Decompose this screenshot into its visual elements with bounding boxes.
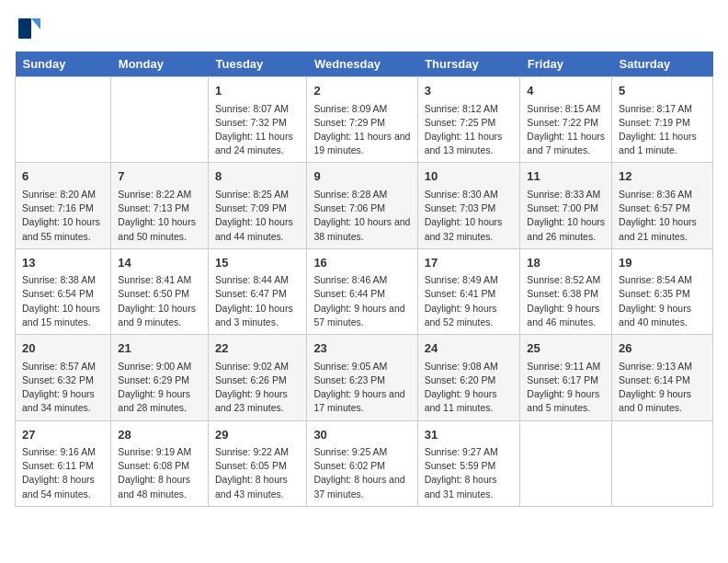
logo — [15, 15, 46, 42]
day-cell: 4Sunrise: 8:15 AM Sunset: 7:22 PM Daylig… — [520, 77, 612, 163]
day-info: Sunrise: 9:19 AM Sunset: 6:08 PM Dayligh… — [118, 445, 201, 501]
day-number: 21 — [118, 339, 201, 358]
day-info: Sunrise: 8:41 AM Sunset: 6:50 PM Dayligh… — [118, 273, 201, 329]
day-cell: 8Sunrise: 8:25 AM Sunset: 7:09 PM Daylig… — [209, 163, 307, 248]
day-cell — [612, 420, 713, 506]
day-cell: 7Sunrise: 8:22 AM Sunset: 7:13 PM Daylig… — [111, 163, 209, 248]
day-info: Sunrise: 9:02 AM Sunset: 6:26 PM Dayligh… — [215, 360, 300, 416]
col-header-tuesday: Tuesday — [209, 52, 307, 77]
header — [15, 15, 713, 42]
day-info: Sunrise: 9:11 AM Sunset: 6:17 PM Dayligh… — [527, 360, 605, 416]
day-number: 12 — [619, 167, 706, 186]
day-info: Sunrise: 8:07 AM Sunset: 7:32 PM Dayligh… — [215, 102, 300, 158]
day-info: Sunrise: 8:38 AM Sunset: 6:54 PM Dayligh… — [22, 273, 104, 329]
day-number: 24 — [425, 339, 514, 358]
week-row-4: 20Sunrise: 8:57 AM Sunset: 6:32 PM Dayli… — [16, 335, 713, 420]
day-cell: 3Sunrise: 8:12 AM Sunset: 7:25 PM Daylig… — [417, 77, 520, 163]
day-info: Sunrise: 8:09 AM Sunset: 7:29 PM Dayligh… — [313, 102, 410, 158]
day-number: 1 — [215, 82, 300, 100]
day-number: 11 — [527, 167, 605, 186]
day-number: 31 — [425, 426, 514, 444]
day-info: Sunrise: 8:36 AM Sunset: 6:57 PM Dayligh… — [619, 188, 706, 244]
day-cell: 22Sunrise: 9:02 AM Sunset: 6:26 PM Dayli… — [209, 335, 307, 420]
day-info: Sunrise: 9:22 AM Sunset: 6:05 PM Dayligh… — [215, 445, 300, 501]
day-cell: 12Sunrise: 8:36 AM Sunset: 6:57 PM Dayli… — [612, 163, 713, 248]
day-info: Sunrise: 8:33 AM Sunset: 7:00 PM Dayligh… — [527, 188, 605, 244]
day-info: Sunrise: 8:54 AM Sunset: 6:35 PM Dayligh… — [619, 273, 706, 329]
day-info: Sunrise: 8:30 AM Sunset: 7:03 PM Dayligh… — [425, 188, 514, 244]
day-cell: 5Sunrise: 8:17 AM Sunset: 7:19 PM Daylig… — [612, 77, 713, 163]
svg-rect-1 — [18, 18, 31, 39]
week-row-5: 27Sunrise: 9:16 AM Sunset: 6:11 PM Dayli… — [16, 420, 713, 506]
col-header-wednesday: Wednesday — [307, 52, 417, 77]
day-info: Sunrise: 9:25 AM Sunset: 6:02 PM Dayligh… — [313, 445, 410, 501]
day-info: Sunrise: 8:44 AM Sunset: 6:47 PM Dayligh… — [215, 273, 300, 329]
day-cell: 30Sunrise: 9:25 AM Sunset: 6:02 PM Dayli… — [307, 420, 417, 506]
col-header-monday: Monday — [111, 52, 209, 77]
day-number: 2 — [313, 82, 410, 100]
day-number: 27 — [22, 426, 104, 444]
day-info: Sunrise: 8:57 AM Sunset: 6:32 PM Dayligh… — [22, 360, 104, 416]
day-info: Sunrise: 8:15 AM Sunset: 7:22 PM Dayligh… — [527, 102, 605, 158]
day-info: Sunrise: 9:00 AM Sunset: 6:29 PM Dayligh… — [118, 360, 201, 416]
day-info: Sunrise: 8:17 AM Sunset: 7:19 PM Dayligh… — [619, 102, 706, 158]
day-number: 7 — [118, 167, 201, 186]
day-info: Sunrise: 8:49 AM Sunset: 6:41 PM Dayligh… — [425, 273, 514, 329]
day-cell: 9Sunrise: 8:28 AM Sunset: 7:06 PM Daylig… — [307, 163, 417, 248]
day-info: Sunrise: 9:13 AM Sunset: 6:14 PM Dayligh… — [619, 360, 706, 416]
week-row-1: 1Sunrise: 8:07 AM Sunset: 7:32 PM Daylig… — [16, 77, 713, 163]
day-number: 26 — [619, 339, 706, 358]
day-info: Sunrise: 8:52 AM Sunset: 6:38 PM Dayligh… — [527, 273, 605, 329]
col-header-friday: Friday — [520, 52, 612, 77]
day-cell: 11Sunrise: 8:33 AM Sunset: 7:00 PM Dayli… — [520, 163, 612, 248]
day-info: Sunrise: 9:08 AM Sunset: 6:20 PM Dayligh… — [425, 360, 514, 416]
day-info: Sunrise: 8:28 AM Sunset: 7:06 PM Dayligh… — [313, 188, 410, 244]
day-number: 23 — [313, 339, 410, 358]
day-cell — [111, 77, 209, 163]
day-cell: 17Sunrise: 8:49 AM Sunset: 6:41 PM Dayli… — [417, 248, 520, 334]
day-cell: 26Sunrise: 9:13 AM Sunset: 6:14 PM Dayli… — [612, 335, 713, 420]
day-cell — [16, 77, 111, 163]
day-number: 6 — [22, 167, 104, 186]
day-cell: 21Sunrise: 9:00 AM Sunset: 6:29 PM Dayli… — [111, 335, 209, 420]
logo-icon — [15, 15, 42, 42]
day-cell: 23Sunrise: 9:05 AM Sunset: 6:23 PM Dayli… — [307, 335, 417, 420]
day-number: 13 — [22, 254, 104, 272]
day-number: 30 — [313, 426, 410, 444]
day-cell: 18Sunrise: 8:52 AM Sunset: 6:38 PM Dayli… — [520, 248, 612, 334]
day-number: 3 — [425, 82, 514, 100]
day-info: Sunrise: 8:46 AM Sunset: 6:44 PM Dayligh… — [313, 273, 410, 329]
day-cell: 31Sunrise: 9:27 AM Sunset: 5:59 PM Dayli… — [417, 420, 520, 506]
day-info: Sunrise: 8:25 AM Sunset: 7:09 PM Dayligh… — [215, 188, 300, 244]
day-info: Sunrise: 9:16 AM Sunset: 6:11 PM Dayligh… — [22, 445, 104, 501]
col-header-sunday: Sunday — [16, 52, 111, 77]
day-cell: 14Sunrise: 8:41 AM Sunset: 6:50 PM Dayli… — [111, 248, 209, 334]
day-number: 5 — [619, 82, 706, 100]
day-number: 19 — [619, 254, 706, 272]
day-cell: 20Sunrise: 8:57 AM Sunset: 6:32 PM Dayli… — [16, 335, 111, 420]
day-number: 29 — [215, 426, 300, 444]
day-number: 17 — [425, 254, 514, 272]
day-number: 9 — [313, 167, 410, 186]
week-row-2: 6Sunrise: 8:20 AM Sunset: 7:16 PM Daylig… — [16, 163, 713, 248]
day-number: 4 — [527, 82, 605, 100]
day-cell: 2Sunrise: 8:09 AM Sunset: 7:29 PM Daylig… — [307, 77, 417, 163]
day-cell: 24Sunrise: 9:08 AM Sunset: 6:20 PM Dayli… — [417, 335, 520, 420]
day-cell: 28Sunrise: 9:19 AM Sunset: 6:08 PM Dayli… — [111, 420, 209, 506]
calendar-table: SundayMondayTuesdayWednesdayThursdayFrid… — [15, 52, 713, 507]
day-info: Sunrise: 9:27 AM Sunset: 5:59 PM Dayligh… — [425, 445, 514, 501]
day-cell: 19Sunrise: 8:54 AM Sunset: 6:35 PM Dayli… — [612, 248, 713, 334]
day-number: 16 — [313, 254, 410, 272]
day-cell: 13Sunrise: 8:38 AM Sunset: 6:54 PM Dayli… — [16, 248, 111, 334]
day-number: 14 — [118, 254, 201, 272]
day-cell: 16Sunrise: 8:46 AM Sunset: 6:44 PM Dayli… — [307, 248, 417, 334]
svg-marker-0 — [31, 18, 40, 29]
day-number: 10 — [425, 167, 514, 186]
day-number: 22 — [215, 339, 300, 358]
day-cell: 10Sunrise: 8:30 AM Sunset: 7:03 PM Dayli… — [417, 163, 520, 248]
day-cell: 25Sunrise: 9:11 AM Sunset: 6:17 PM Dayli… — [520, 335, 612, 420]
day-number: 25 — [527, 339, 605, 358]
day-number: 8 — [215, 167, 300, 186]
day-number: 15 — [215, 254, 300, 272]
day-info: Sunrise: 8:12 AM Sunset: 7:25 PM Dayligh… — [425, 102, 514, 158]
